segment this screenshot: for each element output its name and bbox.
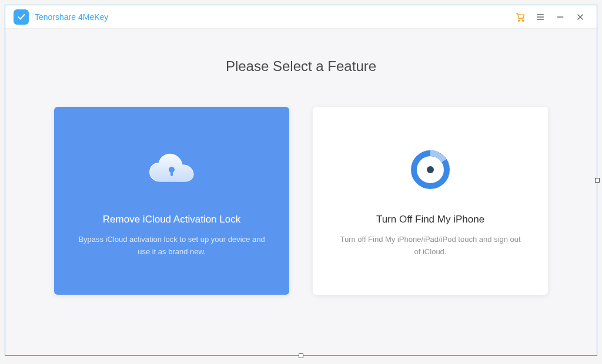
menu-icon[interactable] [532, 9, 549, 25]
app-logo-icon [14, 9, 29, 25]
feature-card-remove-icloud[interactable]: Remove iCloud Activation Lock Bypass iCl… [54, 107, 289, 295]
svg-rect-9 [170, 171, 173, 176]
feature-title: Turn Off Find My iPhone [376, 214, 484, 225]
main-content: Please Select a Feature [5, 29, 597, 295]
close-icon[interactable] [572, 9, 588, 25]
feature-cards: Remove iCloud Activation Lock Bypass iCl… [41, 107, 561, 295]
svg-point-0 [519, 19, 520, 21]
feature-title: Remove iCloud Activation Lock [103, 214, 240, 225]
selection-handle-icon [595, 178, 600, 183]
feature-desc: Turn off Find My iPhone/iPad/iPod touch … [336, 234, 524, 258]
app-window: Tenorshare 4MeKey [5, 5, 597, 356]
page-title: Please Select a Feature [41, 58, 561, 75]
svg-point-1 [522, 19, 523, 21]
minimize-icon[interactable] [552, 9, 568, 25]
cloud-lock-icon [145, 143, 198, 196]
cart-icon[interactable] [512, 9, 529, 25]
feature-card-turn-off-fmi[interactable]: Turn Off Find My iPhone Turn off Find My… [313, 107, 548, 295]
selection-handle-icon [299, 353, 303, 358]
titlebar: Tenorshare 4MeKey [5, 5, 597, 29]
app-title: Tenorshare 4MeKey [35, 12, 108, 22]
feature-desc: Bypass iCloud activation lock to set up … [78, 234, 266, 258]
find-my-icon [410, 143, 451, 196]
svg-point-12 [427, 166, 434, 173]
